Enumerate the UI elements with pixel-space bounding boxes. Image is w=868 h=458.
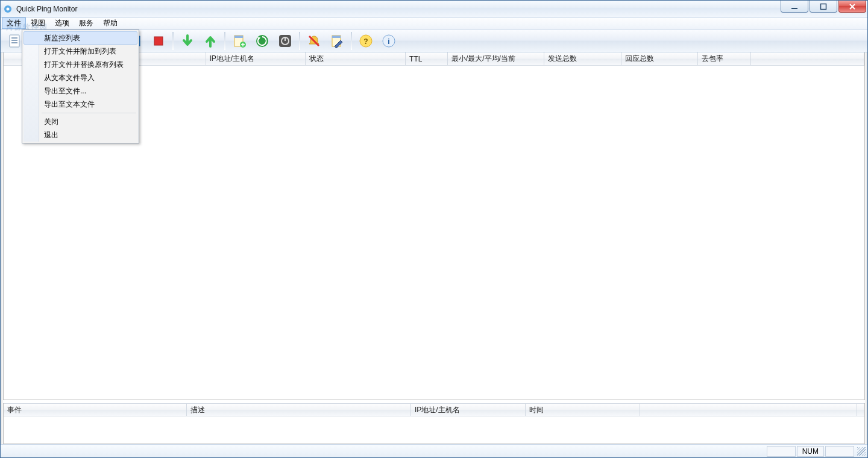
column-header[interactable]: 丢包率: [698, 52, 751, 65]
tb-separator: [172, 32, 174, 50]
column-header[interactable]: [640, 404, 857, 416]
svg-rect-15: [154, 37, 163, 45]
svg-rect-23: [285, 37, 286, 41]
column-header[interactable]: 事件: [4, 404, 187, 416]
minimize-button[interactable]: [781, 1, 808, 13]
svg-rect-7: [11, 42, 17, 43]
menu-open-replace[interactable]: 打开文件并替换原有列表: [24, 58, 137, 71]
tb-edit-note[interactable]: [326, 31, 348, 51]
titlebar[interactable]: Quick Ping Monitor: [1, 1, 867, 17]
status-num-lock: NUM: [797, 446, 824, 457]
tb-separator: [299, 32, 300, 50]
svg-rect-25: [332, 36, 341, 38]
menu-open-append[interactable]: 打开文件并附加到列表: [24, 45, 137, 58]
menu-export-file[interactable]: 导出至文件...: [24, 84, 137, 98]
bottom-columns: 事件描述IP地址/主机名时间: [4, 403, 864, 416]
svg-rect-3: [821, 4, 826, 9]
svg-rect-2: [791, 8, 797, 9]
event-list-body: [4, 416, 864, 444]
column-header[interactable]: IP地址/主机名: [206, 52, 306, 65]
menubar: 文件 视图 选项 服务 帮助: [1, 17, 867, 30]
column-header[interactable]: 描述: [187, 404, 411, 416]
menu-file[interactable]: 文件: [2, 17, 26, 29]
tb-separator: [224, 32, 225, 50]
dropdown-separator: [42, 113, 136, 113]
menu-help[interactable]: 帮助: [98, 17, 122, 29]
tb-help[interactable]: ?: [355, 31, 377, 51]
menu-options[interactable]: 选项: [50, 17, 74, 29]
tb-power[interactable]: [274, 31, 296, 51]
status-cell-empty1: [767, 446, 796, 457]
column-header[interactable]: 时间: [526, 404, 640, 416]
menu-close[interactable]: 关闭: [24, 115, 137, 128]
tb-refresh[interactable]: [251, 31, 273, 51]
close-button[interactable]: [838, 1, 866, 13]
status-cell-empty2: [825, 446, 854, 457]
svg-text:?: ?: [363, 37, 368, 46]
column-header[interactable]: 最小/最大/平均/当前: [448, 52, 544, 65]
resize-grip-icon[interactable]: [857, 447, 866, 456]
menu-service[interactable]: 服务: [74, 17, 98, 29]
column-header[interactable]: IP地址/主机名: [411, 404, 526, 416]
tb-arrow-down[interactable]: [177, 31, 198, 51]
svg-rect-17: [234, 36, 243, 38]
column-header[interactable]: 发送总数: [544, 52, 621, 65]
file-menu-dropdown: 新监控列表 打开文件并附加到列表 打开文件并替换原有列表 从文本文件导入 导出至…: [22, 30, 139, 143]
tb-alert-off[interactable]: [303, 31, 325, 51]
tb-arrow-up[interactable]: [200, 31, 221, 51]
svg-rect-5: [11, 37, 17, 39]
svg-text:i: i: [388, 37, 389, 46]
column-header[interactable]: 回应总数: [621, 52, 699, 65]
svg-point-1: [7, 7, 10, 10]
menu-new-monitor-list[interactable]: 新监控列表: [24, 31, 137, 45]
column-header[interactable]: [751, 52, 864, 65]
tb-note-add[interactable]: [228, 31, 250, 51]
event-list: 事件描述IP地址/主机名时间: [3, 403, 865, 444]
maximize-button[interactable]: [810, 1, 837, 13]
statusbar: NUM: [1, 444, 867, 457]
column-header[interactable]: 状态: [306, 52, 406, 65]
svg-rect-6: [11, 40, 17, 41]
window-title: Quick Ping Monitor: [16, 5, 77, 13]
menu-export-text[interactable]: 导出至文本文件: [24, 98, 137, 111]
tb-info[interactable]: i: [378, 31, 400, 51]
tb-stop[interactable]: [148, 31, 169, 51]
menu-exit[interactable]: 退出: [24, 128, 137, 142]
menu-import-text[interactable]: 从文本文件导入: [24, 71, 137, 84]
splitter[interactable]: [1, 400, 867, 402]
menu-view[interactable]: 视图: [26, 17, 50, 29]
tb-separator: [351, 32, 352, 50]
column-header[interactable]: TTL: [406, 52, 448, 65]
app-icon: [3, 4, 13, 14]
